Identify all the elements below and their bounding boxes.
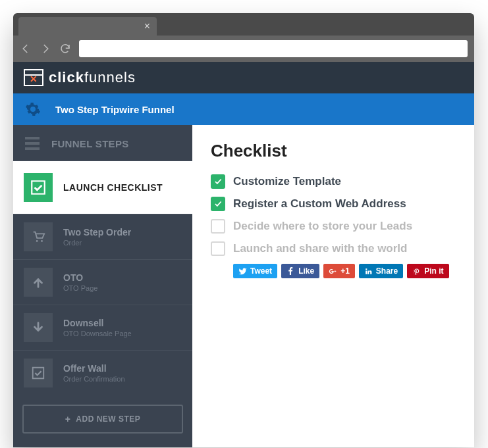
checklist-heading: Checklist	[211, 141, 456, 161]
check-square-icon	[24, 359, 53, 387]
arrow-up-icon	[24, 268, 53, 297]
cart-icon	[24, 222, 53, 251]
checkbox-unchecked-icon[interactable]	[211, 219, 225, 234]
hamburger-icon	[25, 137, 40, 150]
app-header: ✕ clickfunnels	[13, 62, 474, 93]
browser-tab[interactable]: ×	[18, 17, 157, 36]
plus-icon: +	[65, 414, 71, 424]
reload-icon[interactable]	[59, 43, 71, 55]
checklist-item[interactable]: Launch and share with the world	[211, 237, 456, 260]
sidebar-item-label: Offer Wall	[63, 363, 125, 374]
checklist-item-label: Register a Custom Web Address	[233, 197, 406, 211]
chrome-tabs: ×	[13, 13, 474, 36]
linkedin-share-button[interactable]: Share	[359, 264, 403, 278]
sidebar-item-launch-checklist[interactable]: LAUNCH CHECKLIST	[13, 161, 192, 214]
logo-icon: ✕	[24, 69, 43, 86]
checklist-item-label: Decide where to store your Leads	[233, 220, 412, 233]
gear-icon[interactable]	[25, 101, 41, 117]
checkbox-checked-icon[interactable]	[211, 197, 225, 211]
checklist-item[interactable]: Decide where to store your Leads	[211, 215, 456, 237]
breadcrumb-title: Two Step Tripwire Funnel	[55, 104, 175, 115]
sidebar-item-label: OTO	[63, 272, 97, 283]
browser-toolbar	[13, 36, 474, 62]
svg-point-1	[41, 240, 43, 242]
like-button[interactable]: Like	[281, 264, 319, 278]
tweet-button[interactable]: Tweet	[233, 264, 277, 278]
svg-point-0	[36, 240, 38, 242]
checkbox-unchecked-icon[interactable]	[211, 241, 225, 256]
sidebar-item-label: LAUNCH CHECKLIST	[63, 182, 163, 193]
app-body: FUNNEL STEPS LAUNCH CHECKLIST Two Step O…	[13, 125, 474, 447]
check-square-icon	[24, 173, 53, 202]
sidebar-item-label: Two Step Order	[63, 227, 131, 237]
back-icon[interactable]	[20, 43, 32, 55]
pinterest-button[interactable]: Pin it	[407, 264, 448, 278]
arrow-down-icon	[24, 313, 53, 342]
close-tab-icon[interactable]: ×	[144, 20, 150, 32]
add-step-label: ADD NEW STEP	[76, 414, 140, 424]
main-content: Checklist Customize Template Register a …	[192, 125, 474, 447]
checklist-item[interactable]: Customize Template	[211, 170, 456, 193]
add-new-step-button[interactable]: + ADD NEW STEP	[22, 405, 183, 434]
checklist-item-label: Customize Template	[233, 175, 341, 188]
sidebar-item-label: Downsell	[63, 318, 132, 328]
forward-icon[interactable]	[40, 43, 51, 55]
sidebar-item-sublabel: Order	[63, 239, 131, 247]
checklist-item-label: Launch and share with the world	[233, 242, 407, 255]
sidebar-item-sublabel: OTO Page	[63, 284, 97, 292]
url-bar[interactable]	[79, 40, 468, 57]
sidebar-item-sublabel: Order Confirmation	[63, 375, 125, 383]
sidebar-item-sublabel: OTO Downsale Page	[63, 330, 132, 337]
brand-title: clickfunnels	[49, 69, 136, 86]
sidebar-item-oto[interactable]: OTO OTO Page	[13, 259, 192, 305]
breadcrumb: Two Step Tripwire Funnel	[13, 93, 474, 125]
sidebar-item-downsell[interactable]: Downsell OTO Downsale Page	[13, 305, 192, 350]
checklist-item[interactable]: Register a Custom Web Address	[211, 193, 456, 215]
social-share-row: Tweet Like +1 Share Pin it	[233, 264, 456, 278]
sidebar-item-two-step-order[interactable]: Two Step Order Order	[13, 214, 192, 259]
sidebar-section-head[interactable]: FUNNEL STEPS	[13, 125, 192, 161]
checkbox-checked-icon[interactable]	[211, 174, 225, 189]
sidebar-section-label: FUNNEL STEPS	[51, 138, 129, 149]
browser-window: × ✕ clickfunnels Two Step Tripwire Funne…	[13, 13, 474, 447]
sidebar: FUNNEL STEPS LAUNCH CHECKLIST Two Step O…	[13, 125, 192, 447]
sidebar-item-offer-wall[interactable]: Offer Wall Order Confirmation	[13, 350, 192, 395]
googleplus-button[interactable]: +1	[323, 264, 355, 278]
